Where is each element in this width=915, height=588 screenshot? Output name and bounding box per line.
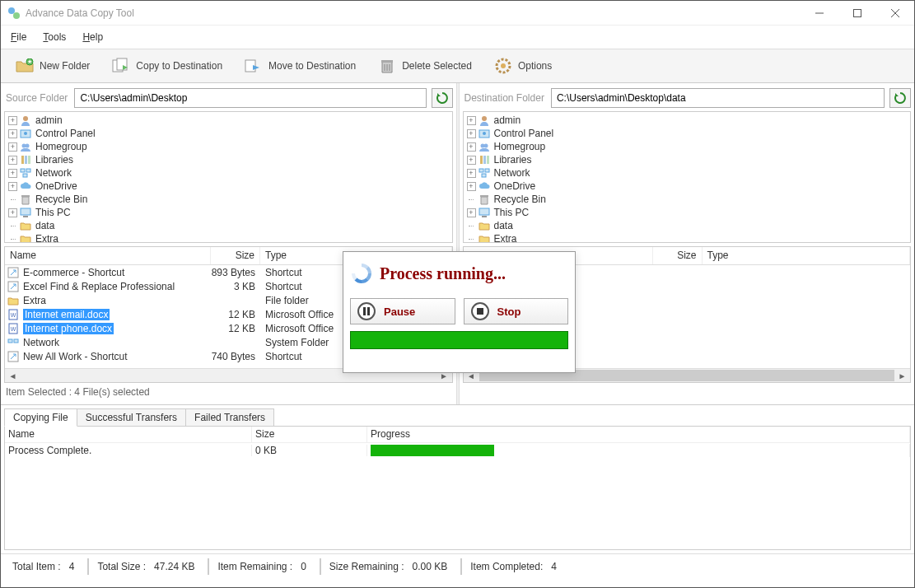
col-size[interactable]: Size <box>653 247 703 264</box>
tree-item[interactable]: +OneDrive <box>464 180 911 193</box>
expander-icon[interactable] <box>8 222 17 231</box>
tree-item[interactable]: +Network <box>464 166 911 180</box>
dialog-title: Process running... <box>380 264 506 283</box>
expander-icon[interactable]: + <box>467 129 476 138</box>
tree-item[interactable]: Extra <box>5 232 452 242</box>
source-tree[interactable]: +admin+Control Panel+Homegroup+Libraries… <box>4 111 453 243</box>
maximize-button[interactable] <box>838 1 876 26</box>
folder-icon <box>19 233 32 242</box>
tree-item[interactable]: Recycle Bin <box>464 193 911 206</box>
svg-rect-3 <box>854 9 861 16</box>
menu-file[interactable]: File <box>11 31 26 43</box>
expander-icon[interactable]: + <box>467 142 476 152</box>
refresh-icon <box>894 91 907 105</box>
tree-item[interactable]: +Libraries <box>464 153 911 166</box>
tree-item[interactable]: +This PC <box>464 206 911 219</box>
tree-item[interactable]: +Network <box>5 166 452 180</box>
expander-icon[interactable]: + <box>467 116 476 125</box>
tree-item[interactable]: data <box>5 219 452 232</box>
expander-icon[interactable] <box>467 195 476 204</box>
menu-help[interactable]: Help <box>82 31 103 43</box>
stop-icon <box>471 302 489 320</box>
xcol-size[interactable]: Size <box>252 427 367 442</box>
file-name: New All Work - Shortcut <box>23 351 127 362</box>
minimize-button[interactable] <box>801 1 838 26</box>
expander-icon[interactable] <box>8 195 17 204</box>
svg-rect-22 <box>21 156 24 164</box>
tab-failed[interactable]: Failed Transfers <box>185 408 274 427</box>
tree-item[interactable]: +OneDrive <box>5 180 452 193</box>
close-button[interactable] <box>876 1 914 26</box>
new-folder-button[interactable]: ★ New Folder <box>6 52 99 80</box>
svg-rect-58 <box>477 308 483 315</box>
total-size-label: Total Size : <box>97 561 146 572</box>
expander-icon[interactable] <box>467 222 476 231</box>
transfer-row[interactable]: Process Complete. 0 KB <box>5 443 910 458</box>
tree-item[interactable]: +Control Panel <box>464 127 911 140</box>
expander-icon[interactable]: + <box>8 129 17 138</box>
expander-icon[interactable]: + <box>8 142 17 152</box>
svg-rect-48 <box>479 169 483 172</box>
xcol-progress[interactable]: Progress <box>367 427 910 442</box>
expander-icon[interactable]: + <box>467 169 476 178</box>
copy-button[interactable]: Copy to Destination <box>102 52 231 80</box>
transfer-table: Name Size Progress Process Complete. 0 K… <box>4 426 911 550</box>
expander-icon[interactable]: + <box>467 182 476 191</box>
file-size: 893 Bytes <box>211 267 260 278</box>
source-path-input[interactable] <box>74 88 426 108</box>
source-refresh-button[interactable] <box>432 88 453 108</box>
destination-path-input[interactable] <box>551 88 885 108</box>
tree-item-label: Control Panel <box>34 128 96 139</box>
tree-item[interactable]: +Homegroup <box>5 140 452 153</box>
tree-item[interactable]: Recycle Bin <box>5 193 452 206</box>
tree-item[interactable]: +This PC <box>5 206 452 219</box>
pause-button[interactable]: Pause <box>350 298 455 324</box>
expander-icon[interactable]: + <box>467 208 476 217</box>
tree-item[interactable]: +Libraries <box>5 153 452 166</box>
xcol-name[interactable]: Name <box>5 427 252 442</box>
folder-icon <box>478 233 491 242</box>
svg-rect-37 <box>8 339 12 343</box>
tree-item[interactable]: +admin <box>464 114 911 127</box>
col-name[interactable]: Name <box>5 247 211 264</box>
tree-item[interactable]: data <box>464 219 911 232</box>
destination-refresh-button[interactable] <box>889 88 911 108</box>
tree-item-label: This PC <box>493 207 530 218</box>
expander-icon[interactable]: + <box>8 182 17 191</box>
menu-tools[interactable]: Tools <box>43 31 66 43</box>
file-size: 12 KB <box>211 323 260 334</box>
tree-item[interactable]: +Control Panel <box>5 127 452 140</box>
options-button[interactable]: Options <box>484 52 561 80</box>
expander-icon[interactable] <box>467 235 476 243</box>
stop-button[interactable]: Stop <box>464 298 569 324</box>
tab-copying[interactable]: Copying File <box>4 408 77 427</box>
expander-icon[interactable]: + <box>467 156 476 165</box>
expander-icon[interactable]: + <box>8 208 17 217</box>
file-name: E-commerce - Shortcut <box>23 267 124 278</box>
tree-item[interactable]: +admin <box>5 114 452 127</box>
expander-icon[interactable]: + <box>8 169 17 178</box>
tree-item-label: data <box>493 220 513 231</box>
tree-item[interactable]: Extra <box>464 232 911 242</box>
svg-rect-56 <box>367 307 370 315</box>
new-folder-label: New Folder <box>40 60 90 72</box>
delete-button[interactable]: Delete Selected <box>368 52 481 80</box>
file-name: Network <box>23 337 59 348</box>
move-button[interactable]: Move to Destination <box>235 52 365 80</box>
move-label: Move to Destination <box>268 60 356 72</box>
svg-rect-50 <box>482 174 486 177</box>
expander-icon[interactable]: + <box>8 156 17 165</box>
tab-successful[interactable]: Successful Transfers <box>77 408 186 427</box>
item-remaining-value: 0 <box>301 561 306 572</box>
dialog-progress-bar <box>350 331 568 349</box>
svg-rect-25 <box>21 169 25 172</box>
svg-rect-55 <box>363 307 366 315</box>
col-type[interactable]: Type <box>703 247 911 264</box>
svg-rect-38 <box>14 339 18 343</box>
user-icon <box>478 114 491 126</box>
expander-icon[interactable] <box>8 235 17 243</box>
expander-icon[interactable]: + <box>8 116 17 125</box>
col-size[interactable]: Size <box>211 247 260 264</box>
tree-item[interactable]: +Homegroup <box>464 140 911 153</box>
destination-tree[interactable]: +admin+Control Panel+Homegroup+Libraries… <box>463 111 912 243</box>
